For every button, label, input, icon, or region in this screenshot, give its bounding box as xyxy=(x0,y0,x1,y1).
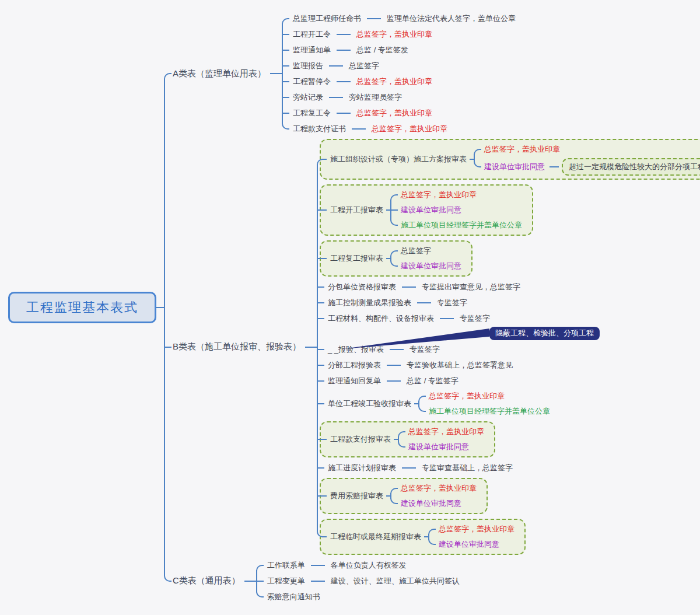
topic-row: 施工单位项目经理签字并盖单位公章 xyxy=(390,218,524,233)
connector-dash xyxy=(311,565,325,566)
topic-label[interactable]: 工程款支付证书 xyxy=(291,123,348,135)
topic-row: 建设单位审批同意 xyxy=(390,258,463,274)
topic-label[interactable]: 工程材料、构配件、设备报审表 xyxy=(326,312,436,325)
branch-c-label[interactable]: C类表（通用表） xyxy=(171,574,242,588)
connector-dash xyxy=(337,113,351,114)
topic-label[interactable]: 总监签字 xyxy=(399,244,433,257)
topic-label[interactable]: 总监签字，盖执业印章 xyxy=(437,523,516,536)
children-list: 总监签字，盖执业印章 施工单位项目经理签字并盖单位公章 xyxy=(418,389,552,419)
topic-label[interactable]: 施工单位项目经理签字并盖单位公章 xyxy=(399,219,524,232)
branch-a-row: A类表（监理单位用表） 总监理工程师任命书 监理单位法定代表人签字，盖单位公章 … xyxy=(164,11,700,137)
topic-label[interactable]: 建设单位审批同意 xyxy=(407,441,471,453)
topic-label[interactable]: 总监签字，盖执业印章 xyxy=(399,482,478,495)
topic-row: 建设单位审批同意 xyxy=(398,439,486,455)
child-stub xyxy=(424,536,428,537)
topic-note[interactable]: 总监 / 专监签发 xyxy=(355,44,410,57)
topic-label[interactable]: 分部工程报验表 xyxy=(326,359,383,372)
topic-note[interactable]: 总监签字，盖执业印章 xyxy=(355,75,434,88)
child-stub xyxy=(386,209,390,211)
topic-row: 建设单位审批同意 xyxy=(390,496,478,511)
topic-row: 工程开工令 总监签字，盖执业印章 xyxy=(282,26,517,42)
topic-row: 施工控制测量成果报验表 专监签字 xyxy=(317,295,700,310)
topic-label[interactable]: 总监签字，盖执业印章 xyxy=(399,188,478,201)
topic-row: 工程复工报审表 总监签字 建设单位审批同意 xyxy=(317,238,700,279)
connector-dash xyxy=(417,302,431,303)
topic-label[interactable]: 总监签字，盖执业印章 xyxy=(482,143,562,156)
topic-note[interactable]: 专监签字 xyxy=(435,296,469,309)
topic-label[interactable]: 监理通知单 xyxy=(291,44,332,57)
topic-label[interactable]: 工程开工令 xyxy=(291,28,332,41)
children-list: 总监签字，盖执业印章 建设单位审批同意 施工单位项目经理签字并盖单位公章 xyxy=(390,187,524,233)
topic-label[interactable]: 分包单位资格报审表 xyxy=(326,281,398,293)
topic-label[interactable]: 工作联系单 xyxy=(265,559,307,572)
topic-row: 总监签字，盖执业印章 xyxy=(390,481,478,496)
callout-wedge-shape xyxy=(343,329,489,349)
topic-note[interactable]: 专监验收基础上，总监签署意见 xyxy=(405,359,514,372)
group-box[interactable]: 工程临时或最终延期报审表 总监签字，盖执业印章 建设单位审批同意 xyxy=(320,519,526,555)
topic-label[interactable]: 建设单位审批同意 xyxy=(399,204,463,216)
topic-note[interactable]: 总监签字，盖执业印章 xyxy=(355,107,434,120)
branches-list: A类表（监理单位用表） 总监理工程师任命书 监理单位法定代表人签字，盖单位公章 … xyxy=(164,11,700,604)
child-stub xyxy=(386,258,390,259)
topic-label[interactable]: 工程开工报审表 xyxy=(328,204,385,216)
group-box[interactable]: 施工组织设计或（专项）施工方案报审表 总监签字，盖执业印章 建设单位审批同意 超… xyxy=(320,139,700,180)
topic-label[interactable]: 工程临时或最终延期报审表 xyxy=(328,530,423,543)
topic-label[interactable]: 施工控制测量成果报验表 xyxy=(326,296,413,309)
children-list: 总监签字，盖执业印章 建设单位审批同意 xyxy=(428,522,516,552)
branch-b-row: B类表（施工单位报审、报验表） 施工组织设计或（专项）施工方案报审表 总监签字，… xyxy=(164,137,700,557)
topic-label[interactable]: 旁站记录 xyxy=(291,91,325,104)
child-stub xyxy=(386,495,390,497)
topic-label[interactable]: 总监签字，盖执业印章 xyxy=(407,425,486,438)
topic-note[interactable]: 总监 / 专监签字 xyxy=(405,375,460,387)
topic-label[interactable]: 工程暂停令 xyxy=(291,75,332,88)
topic-label[interactable]: 施工单位项目经理签字并盖单位公章 xyxy=(427,405,552,418)
topic-note[interactable]: 专监审查基础上，总监签字 xyxy=(420,462,514,474)
topic-label[interactable]: 建设单位审批同意 xyxy=(399,497,463,510)
topic-label[interactable]: 工程复工报审表 xyxy=(328,252,385,265)
children-list-a: 总监理工程师任命书 监理单位法定代表人签字，盖单位公章 工程开工令 总监签字，盖… xyxy=(282,11,517,137)
group-box[interactable]: 工程开工报审表 总监签字，盖执业印章 建设单位审批同意 施工单位项目经理签字并盖… xyxy=(320,184,533,236)
topic-label[interactable]: 费用索赔报审表 xyxy=(328,490,385,502)
topic-note[interactable]: 专监提出审查意见，总监签字 xyxy=(420,281,522,293)
topic-row: 工程暂停令 总监签字，盖执业印章 xyxy=(282,74,517,89)
topic-note[interactable]: 专监签字 xyxy=(458,312,492,325)
topic-row: 总监签字，盖执业印章 xyxy=(474,142,700,157)
group-box[interactable]: 工程复工报审表 总监签字 建设单位审批同意 xyxy=(320,240,473,277)
topic-note[interactable]: 建设、设计、监理、施工单位共同签认 xyxy=(329,575,461,588)
branch-b-label[interactable]: B类表（施工单位报审、报验表） xyxy=(171,340,303,354)
topic-label[interactable]: 建设单位审批同意 xyxy=(437,538,501,551)
group-box[interactable]: 工程款支付报审表 总监签字，盖执业印章 建设单位审批同意 xyxy=(320,421,495,457)
callout-wedge xyxy=(328,325,498,354)
topic-label[interactable]: 工程复工令 xyxy=(291,107,332,120)
topic-row: 工程款支付证书 总监签字，盖执业印章 xyxy=(282,121,517,137)
topic-row: 建设单位审批同意 超过一定规模危险性较大的分部分项工程 xyxy=(474,157,700,177)
topic-note[interactable]: 总监签字，盖执业印章 xyxy=(355,28,434,41)
topic-note[interactable]: 各单位负责人有权签发 xyxy=(329,559,408,572)
topic-note[interactable]: 总监签字 xyxy=(347,60,381,72)
branch-a-label[interactable]: A类表（监理单位用表） xyxy=(171,67,268,81)
callout-label[interactable]: 隐蔽工程、检验批、分项工程 xyxy=(489,327,600,340)
children-list: 总监签字，盖执业印章 建设单位审批同意 超过一定规模危险性较大的分部分项工程 xyxy=(474,142,700,177)
group-box[interactable]: 费用索赔报审表 总监签字，盖执业印章 建设单位审批同意 xyxy=(320,478,488,514)
topic-label[interactable]: 施工组织设计或（专项）施工方案报审表 xyxy=(328,153,468,166)
topic-label[interactable]: 监理通知回复单 xyxy=(326,375,383,387)
root-topic[interactable]: 工程监理基本表式 xyxy=(8,292,156,323)
topic-label[interactable]: 总监签字，盖执业印章 xyxy=(427,390,506,403)
topic-label[interactable]: 工程变更单 xyxy=(265,575,307,588)
connector-dash xyxy=(402,286,416,288)
topic-label[interactable]: 施工进度计划报审表 xyxy=(326,462,398,474)
topic-row: 旁站记录 旁站监理员签字 xyxy=(282,89,517,105)
topic-note[interactable]: 监理单位法定代表人签字，盖单位公章 xyxy=(385,12,517,25)
topic-note[interactable]: 旁站监理员签字 xyxy=(347,91,404,104)
topic-label[interactable]: 建设单位审批同意 xyxy=(399,260,463,272)
topic-label[interactable]: 索赔意向通知书 xyxy=(265,590,322,603)
topic-label[interactable]: 单位工程竣工验收报审表 xyxy=(326,397,413,410)
topic-row: 总监签字，盖执业印章 xyxy=(390,187,524,202)
topic-note[interactable]: 总监签字，盖执业印章 xyxy=(370,123,449,135)
topic-label[interactable]: 监理报告 xyxy=(291,60,325,72)
children-list: 总监签字 建设单位审批同意 xyxy=(390,243,463,274)
topic-label[interactable]: 建设单位审批同意 xyxy=(482,160,547,173)
inner-group-box[interactable]: 超过一定规模危险性较大的分部分项工程 xyxy=(562,158,700,176)
topic-label[interactable]: 总监理工程师任命书 xyxy=(291,12,363,25)
topic-label[interactable]: 工程款支付报审表 xyxy=(328,433,393,446)
